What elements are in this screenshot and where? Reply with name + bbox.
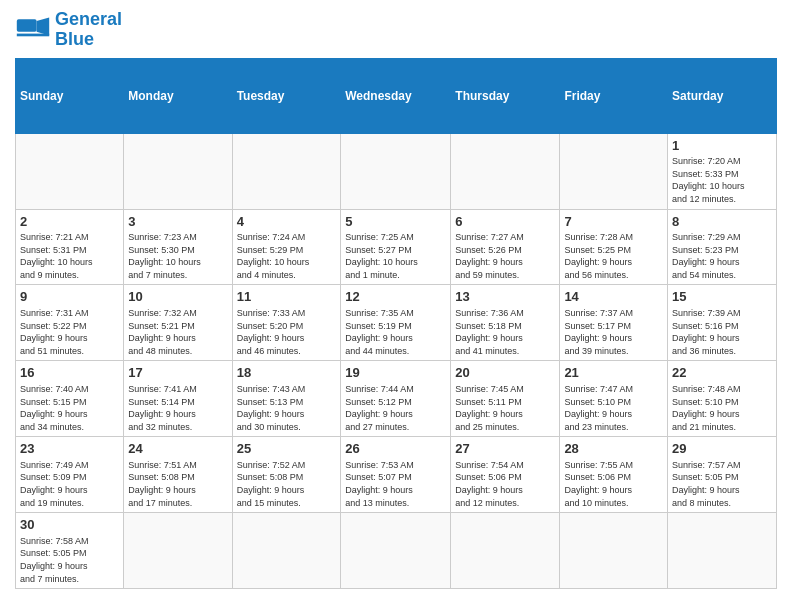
day-number: 6 bbox=[455, 213, 555, 231]
day-number: 28 bbox=[564, 440, 663, 458]
day-number: 15 bbox=[672, 288, 772, 306]
calendar-cell: 12Sunrise: 7:35 AM Sunset: 5:19 PM Dayli… bbox=[341, 285, 451, 361]
calendar-cell bbox=[668, 513, 777, 589]
calendar-cell bbox=[232, 133, 341, 209]
calendar-header-thursday: Thursday bbox=[451, 58, 560, 133]
calendar-cell: 13Sunrise: 7:36 AM Sunset: 5:18 PM Dayli… bbox=[451, 285, 560, 361]
calendar-cell bbox=[560, 513, 668, 589]
day-number: 10 bbox=[128, 288, 227, 306]
day-info: Sunrise: 7:20 AM Sunset: 5:33 PM Dayligh… bbox=[672, 155, 772, 205]
day-info: Sunrise: 7:41 AM Sunset: 5:14 PM Dayligh… bbox=[128, 383, 227, 433]
day-number: 13 bbox=[455, 288, 555, 306]
day-info: Sunrise: 7:27 AM Sunset: 5:26 PM Dayligh… bbox=[455, 231, 555, 281]
day-info: Sunrise: 7:32 AM Sunset: 5:21 PM Dayligh… bbox=[128, 307, 227, 357]
calendar-week-row: 16Sunrise: 7:40 AM Sunset: 5:15 PM Dayli… bbox=[16, 361, 777, 437]
calendar-cell: 8Sunrise: 7:29 AM Sunset: 5:23 PM Daylig… bbox=[668, 209, 777, 285]
calendar-cell: 30Sunrise: 7:58 AM Sunset: 5:05 PM Dayli… bbox=[16, 513, 124, 589]
calendar-week-row: 1Sunrise: 7:20 AM Sunset: 5:33 PM Daylig… bbox=[16, 133, 777, 209]
day-number: 30 bbox=[20, 516, 119, 534]
logo: GeneralBlue bbox=[15, 10, 122, 50]
day-number: 14 bbox=[564, 288, 663, 306]
calendar-cell: 7Sunrise: 7:28 AM Sunset: 5:25 PM Daylig… bbox=[560, 209, 668, 285]
calendar-cell: 16Sunrise: 7:40 AM Sunset: 5:15 PM Dayli… bbox=[16, 361, 124, 437]
calendar-cell: 2Sunrise: 7:21 AM Sunset: 5:31 PM Daylig… bbox=[16, 209, 124, 285]
day-number: 27 bbox=[455, 440, 555, 458]
calendar-cell bbox=[341, 133, 451, 209]
calendar-header-tuesday: Tuesday bbox=[232, 58, 341, 133]
day-info: Sunrise: 7:39 AM Sunset: 5:16 PM Dayligh… bbox=[672, 307, 772, 357]
day-number: 5 bbox=[345, 213, 446, 231]
day-number: 11 bbox=[237, 288, 337, 306]
calendar-cell: 18Sunrise: 7:43 AM Sunset: 5:13 PM Dayli… bbox=[232, 361, 341, 437]
day-number: 4 bbox=[237, 213, 337, 231]
day-info: Sunrise: 7:25 AM Sunset: 5:27 PM Dayligh… bbox=[345, 231, 446, 281]
calendar-week-row: 2Sunrise: 7:21 AM Sunset: 5:31 PM Daylig… bbox=[16, 209, 777, 285]
calendar-cell: 28Sunrise: 7:55 AM Sunset: 5:06 PM Dayli… bbox=[560, 437, 668, 513]
day-number: 26 bbox=[345, 440, 446, 458]
calendar-cell: 23Sunrise: 7:49 AM Sunset: 5:09 PM Dayli… bbox=[16, 437, 124, 513]
page-header: GeneralBlue bbox=[15, 10, 777, 50]
day-number: 8 bbox=[672, 213, 772, 231]
calendar-cell: 21Sunrise: 7:47 AM Sunset: 5:10 PM Dayli… bbox=[560, 361, 668, 437]
day-number: 3 bbox=[128, 213, 227, 231]
day-info: Sunrise: 7:45 AM Sunset: 5:11 PM Dayligh… bbox=[455, 383, 555, 433]
day-number: 16 bbox=[20, 364, 119, 382]
day-info: Sunrise: 7:21 AM Sunset: 5:31 PM Dayligh… bbox=[20, 231, 119, 281]
day-number: 12 bbox=[345, 288, 446, 306]
day-number: 2 bbox=[20, 213, 119, 231]
calendar-cell: 4Sunrise: 7:24 AM Sunset: 5:29 PM Daylig… bbox=[232, 209, 341, 285]
calendar-cell: 29Sunrise: 7:57 AM Sunset: 5:05 PM Dayli… bbox=[668, 437, 777, 513]
day-info: Sunrise: 7:31 AM Sunset: 5:22 PM Dayligh… bbox=[20, 307, 119, 357]
calendar-cell bbox=[16, 133, 124, 209]
calendar-cell: 5Sunrise: 7:25 AM Sunset: 5:27 PM Daylig… bbox=[341, 209, 451, 285]
day-number: 7 bbox=[564, 213, 663, 231]
calendar-cell: 17Sunrise: 7:41 AM Sunset: 5:14 PM Dayli… bbox=[124, 361, 232, 437]
day-info: Sunrise: 7:40 AM Sunset: 5:15 PM Dayligh… bbox=[20, 383, 119, 433]
day-info: Sunrise: 7:36 AM Sunset: 5:18 PM Dayligh… bbox=[455, 307, 555, 357]
calendar-header-sunday: Sunday bbox=[16, 58, 124, 133]
calendar-page: GeneralBlue SundayMondayTuesdayWednesday… bbox=[0, 0, 792, 599]
day-number: 21 bbox=[564, 364, 663, 382]
calendar-cell: 14Sunrise: 7:37 AM Sunset: 5:17 PM Dayli… bbox=[560, 285, 668, 361]
calendar-table: SundayMondayTuesdayWednesdayThursdayFrid… bbox=[15, 58, 777, 590]
calendar-cell: 27Sunrise: 7:54 AM Sunset: 5:06 PM Dayli… bbox=[451, 437, 560, 513]
day-info: Sunrise: 7:23 AM Sunset: 5:30 PM Dayligh… bbox=[128, 231, 227, 281]
day-number: 17 bbox=[128, 364, 227, 382]
day-info: Sunrise: 7:47 AM Sunset: 5:10 PM Dayligh… bbox=[564, 383, 663, 433]
calendar-cell bbox=[451, 513, 560, 589]
day-number: 29 bbox=[672, 440, 772, 458]
day-info: Sunrise: 7:54 AM Sunset: 5:06 PM Dayligh… bbox=[455, 459, 555, 509]
calendar-cell bbox=[232, 513, 341, 589]
day-number: 19 bbox=[345, 364, 446, 382]
day-number: 24 bbox=[128, 440, 227, 458]
calendar-cell: 19Sunrise: 7:44 AM Sunset: 5:12 PM Dayli… bbox=[341, 361, 451, 437]
day-info: Sunrise: 7:37 AM Sunset: 5:17 PM Dayligh… bbox=[564, 307, 663, 357]
svg-marker-1 bbox=[37, 17, 50, 35]
day-number: 18 bbox=[237, 364, 337, 382]
calendar-cell: 22Sunrise: 7:48 AM Sunset: 5:10 PM Dayli… bbox=[668, 361, 777, 437]
day-number: 22 bbox=[672, 364, 772, 382]
calendar-cell: 24Sunrise: 7:51 AM Sunset: 5:08 PM Dayli… bbox=[124, 437, 232, 513]
calendar-header-row: SundayMondayTuesdayWednesdayThursdayFrid… bbox=[16, 58, 777, 133]
calendar-cell: 25Sunrise: 7:52 AM Sunset: 5:08 PM Dayli… bbox=[232, 437, 341, 513]
day-info: Sunrise: 7:33 AM Sunset: 5:20 PM Dayligh… bbox=[237, 307, 337, 357]
day-number: 23 bbox=[20, 440, 119, 458]
day-number: 9 bbox=[20, 288, 119, 306]
calendar-week-row: 30Sunrise: 7:58 AM Sunset: 5:05 PM Dayli… bbox=[16, 513, 777, 589]
calendar-header-monday: Monday bbox=[124, 58, 232, 133]
logo-icon bbox=[15, 12, 51, 48]
calendar-cell bbox=[124, 513, 232, 589]
calendar-cell: 1Sunrise: 7:20 AM Sunset: 5:33 PM Daylig… bbox=[668, 133, 777, 209]
day-info: Sunrise: 7:53 AM Sunset: 5:07 PM Dayligh… bbox=[345, 459, 446, 509]
calendar-header-saturday: Saturday bbox=[668, 58, 777, 133]
day-info: Sunrise: 7:57 AM Sunset: 5:05 PM Dayligh… bbox=[672, 459, 772, 509]
day-info: Sunrise: 7:49 AM Sunset: 5:09 PM Dayligh… bbox=[20, 459, 119, 509]
calendar-week-row: 9Sunrise: 7:31 AM Sunset: 5:22 PM Daylig… bbox=[16, 285, 777, 361]
day-info: Sunrise: 7:24 AM Sunset: 5:29 PM Dayligh… bbox=[237, 231, 337, 281]
svg-rect-0 bbox=[17, 19, 37, 32]
day-info: Sunrise: 7:29 AM Sunset: 5:23 PM Dayligh… bbox=[672, 231, 772, 281]
calendar-cell: 9Sunrise: 7:31 AM Sunset: 5:22 PM Daylig… bbox=[16, 285, 124, 361]
calendar-cell: 20Sunrise: 7:45 AM Sunset: 5:11 PM Dayli… bbox=[451, 361, 560, 437]
calendar-cell: 3Sunrise: 7:23 AM Sunset: 5:30 PM Daylig… bbox=[124, 209, 232, 285]
calendar-cell: 11Sunrise: 7:33 AM Sunset: 5:20 PM Dayli… bbox=[232, 285, 341, 361]
